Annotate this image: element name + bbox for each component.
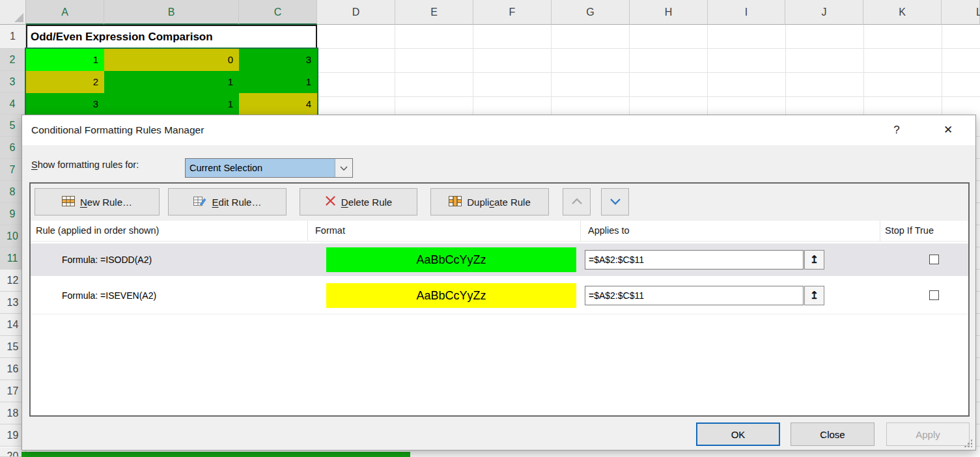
row-header-4[interactable]: 4 — [0, 93, 26, 115]
show-label-underline: S — [31, 159, 38, 170]
move-rule-down-button[interactable] — [601, 188, 629, 215]
column-header-stop-if-true: Stop If True — [885, 221, 934, 241]
conditional-formatting-rules-manager-dialog: Conditional Formatting Rules Manager ? ✕… — [21, 115, 976, 450]
row-header-1[interactable]: 1 — [0, 25, 26, 49]
rules-list: Rule (applied in order shown) Format App… — [31, 221, 968, 415]
edit-rule-pencil-icon — [193, 195, 207, 209]
format-preview-swatch: AaBbCcYyZz — [326, 247, 576, 272]
collapse-dialog-arrow-icon: ↥ — [810, 290, 819, 301]
show-label-rest: how formatting rules for: — [38, 159, 139, 170]
header-bottom-divider — [31, 241, 968, 242]
range-picker-button[interactable]: ↥ — [804, 286, 824, 305]
rule-formula-text: Formula: =ISEVEN(A2) — [62, 279, 156, 312]
format-preview-swatch: AaBbCcYyZz — [326, 283, 576, 308]
empty-grid-area — [317, 25, 980, 115]
new-rule-label: New Rule… — [80, 197, 132, 208]
column-header-j[interactable]: J — [785, 0, 863, 25]
help-icon[interactable]: ? — [887, 120, 906, 140]
dropdown-selected-value: Current Selection — [186, 159, 335, 177]
header-divider — [580, 221, 581, 241]
close-icon[interactable]: ✕ — [938, 120, 958, 140]
close-button[interactable]: Close — [791, 422, 875, 446]
selection-range-border — [25, 48, 318, 115]
edit-rule-button[interactable]: Edit Rule… — [168, 188, 287, 215]
rule-row-isodd[interactable]: Formula: =ISODD(A2) AaBbCcYyZz ↥ — [31, 243, 968, 276]
column-header-l[interactable]: L — [942, 0, 980, 25]
column-header-c[interactable]: C — [239, 0, 317, 25]
chevron-down-icon — [340, 162, 348, 174]
show-rules-for-dropdown[interactable]: Current Selection — [185, 158, 353, 178]
range-picker-button[interactable]: ↥ — [804, 250, 824, 270]
column-header-applies-to: Applies to — [588, 221, 630, 241]
duplicate-rule-label: Duplicate Rule — [467, 197, 531, 208]
delete-rule-button[interactable]: Delete Rule — [300, 188, 417, 215]
column-header-h[interactable]: H — [630, 0, 708, 25]
move-rule-up-button[interactable] — [563, 188, 591, 215]
chevron-up-icon — [571, 197, 583, 207]
row-divider — [31, 314, 968, 314]
column-header-format: Format — [315, 221, 345, 241]
applies-to-field-group: ↥ — [585, 286, 824, 305]
stop-if-true-checkbox[interactable] — [929, 255, 939, 264]
applies-to-field-group: ↥ — [585, 250, 824, 270]
select-all-triangle-icon — [14, 13, 23, 22]
header-divider — [880, 221, 880, 241]
partial-row-20-cells — [21, 452, 410, 457]
grid-right-sliver — [976, 115, 980, 457]
delete-x-icon — [325, 195, 336, 208]
edit-rule-label: Edit Rule… — [212, 197, 262, 208]
excel-screen: A B C D E F G H I J K L 1 2 3 4 5 6 7 8 … — [0, 0, 980, 457]
column-header-f[interactable]: F — [473, 0, 552, 25]
column-header-g[interactable]: G — [552, 0, 630, 25]
column-header-e[interactable]: E — [395, 0, 473, 25]
apply-button[interactable]: Apply — [886, 422, 970, 446]
duplicate-rule-button[interactable]: Duplicate Rule — [430, 188, 549, 215]
applies-to-input[interactable] — [585, 250, 804, 270]
column-header-a[interactable]: A — [26, 0, 104, 25]
show-formatting-rules-label: Show formatting rules for: — [31, 159, 139, 170]
column-header-i[interactable]: I — [708, 0, 785, 25]
rule-formula-text: Formula: =ISODD(A2) — [62, 243, 152, 276]
select-all-corner[interactable] — [0, 0, 26, 25]
duplicate-rule-table-icon — [449, 196, 462, 208]
rule-row-iseven[interactable]: Formula: =ISEVEN(A2) AaBbCcYyZz ↥ — [31, 279, 968, 312]
collapse-dialog-arrow-icon: ↥ — [810, 254, 819, 265]
dropdown-arrow-button[interactable] — [335, 159, 352, 177]
chevron-down-icon — [609, 197, 621, 207]
row-header-2[interactable]: 2 — [0, 49, 26, 71]
dialog-title: Conditional Formatting Rules Manager — [31, 115, 204, 145]
new-rule-button[interactable]: New Rule… — [35, 188, 160, 215]
column-header-k[interactable]: K — [863, 0, 942, 25]
stop-if-true-checkbox[interactable] — [929, 290, 939, 300]
column-header-b[interactable]: B — [104, 0, 239, 25]
ok-button[interactable]: OK — [696, 422, 780, 446]
row-header-3[interactable]: 3 — [0, 71, 26, 93]
dialog-title-bar: Conditional Formatting Rules Manager ? ✕ — [22, 115, 975, 145]
column-header-d[interactable]: D — [317, 0, 395, 25]
applies-to-input[interactable] — [585, 286, 804, 305]
column-header-rule: Rule (applied in order shown) — [36, 221, 159, 241]
rules-panel: New Rule… Edit Rule… Delete Rule Duplica… — [29, 182, 970, 417]
new-rule-table-icon — [62, 196, 75, 208]
cell-a1-title[interactable]: Odd/Even Expression Comparison — [26, 25, 317, 49]
header-divider — [307, 221, 308, 241]
delete-rule-label: Delete Rule — [341, 197, 392, 208]
